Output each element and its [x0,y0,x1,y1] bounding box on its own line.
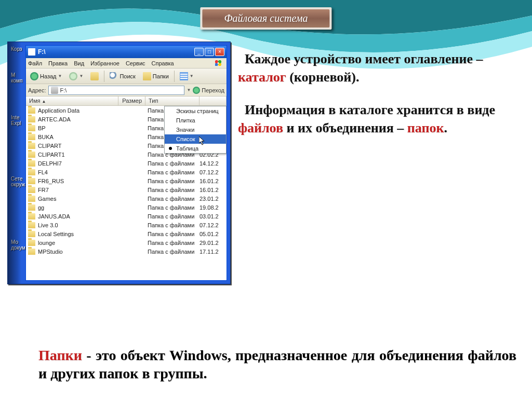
close-button[interactable]: × [215,48,224,56]
column-headers[interactable]: Имя▲ Размер Тип [26,97,227,106]
views-icon [180,72,188,80]
cell-name: Live 3.0 [38,222,121,228]
toolbar: Назад▼ ▼ Поиск Папки ▼ [26,68,227,84]
drive-icon [51,87,58,94]
views-menu-item[interactable]: Значки [165,125,226,134]
cell-name: DELPHI7 [38,160,121,167]
title-badge: Файловая система [200,7,331,30]
address-input[interactable]: F:\ [48,86,185,95]
cell-date: 07.12.2 [200,222,227,228]
menu-favorites[interactable]: Избранное [90,60,119,66]
cell-name: BP [38,125,121,131]
folder-icon [28,116,35,122]
views-menu-item[interactable]: Плитка [165,116,226,125]
cell-name: Local Settings [38,231,121,237]
table-row[interactable]: FR6_RUSПапка с файлами16.01.2 [26,176,227,185]
up-icon [90,72,99,80]
views-menu-item[interactable]: Таблица [165,144,226,153]
go-icon [193,87,200,94]
cell-name: CLIPART [38,143,121,149]
folder-icon [28,125,35,131]
folder-icon [28,240,35,246]
cell-name: Games [38,196,121,202]
desktop-label: Inte [11,115,20,120]
go-button[interactable]: Переход [193,87,224,94]
views-menu[interactable]: Эскизы страниц Плитка Значки Список Табл… [164,106,227,154]
drive-icon [28,48,35,56]
maximize-button[interactable]: □ [205,48,214,56]
cell-name: Application Data [38,107,121,114]
table-row[interactable]: DELPHI7Папка с файлами14.12.2 [26,159,227,168]
minimize-button[interactable]: _ [194,48,204,56]
folder-icon [28,178,35,184]
desktop-label: окруж [11,182,25,187]
table-row[interactable]: ggПапка с файлами19.08.2 [26,203,227,212]
address-value: F:\ [60,87,67,93]
table-row[interactable]: Live 3.0Папка с файлами07.12.2 [26,221,227,229]
windows-flag-icon [213,59,224,67]
cell-name: MPStudio [38,249,121,255]
window-titlebar[interactable]: F:\ _ □ × [26,46,227,58]
menu-help[interactable]: Справка [152,60,174,66]
folder-icon [28,231,35,237]
cell-name: JANUS.ADA [38,213,121,219]
views-button[interactable]: ▼ [178,71,196,81]
cell-type: Папка с файлами [148,169,200,175]
cell-type: Папка с файлами [148,231,200,237]
folders-button[interactable]: Папки [141,71,171,81]
cell-type: Папка с файлами [148,240,200,246]
cell-date: 03.01.2 [200,213,227,219]
table-row[interactable]: MPStudioПапка с файлами17.11.2 [26,247,227,256]
folder-icon [28,160,35,167]
search-button[interactable]: Поиск [108,71,137,81]
table-row[interactable]: FL4Папка с файлами07.12.2 [26,168,227,176]
views-menu-item[interactable]: Эскизы страниц [165,106,226,116]
cell-type: Папка с файлами [148,204,200,211]
cell-name: CLIPART1 [38,152,121,158]
table-row[interactable]: GamesПапка с файлами23.01.2 [26,194,227,203]
folder-icon [28,187,35,193]
menu-bar[interactable]: Файл Правка Вид Избранное Сервис Справка [26,58,227,68]
views-menu-item-selected[interactable]: Список [165,134,226,144]
desktop-label: Expl [11,120,21,126]
desktop-label: докум [11,245,25,251]
cell-date: 07.12.2 [200,169,227,175]
file-list[interactable]: Эскизы страниц Плитка Значки Список Табл… [26,106,227,280]
table-row[interactable]: Local SettingsПапка с файлами05.01.2 [26,229,227,238]
back-icon [30,72,38,80]
cell-date: 16.01.2 [200,178,227,184]
folder-icon [28,222,35,228]
menu-edit[interactable]: Правка [48,60,68,66]
folder-icon [28,107,35,114]
folder-icon [28,204,35,211]
column-size[interactable]: Размер [118,97,145,105]
menu-file[interactable]: Файл [28,60,42,66]
explorer-screenshot: Корз М комп Inte Expl Сете окруж Мо доку… [7,42,231,284]
search-icon [110,72,118,80]
table-row[interactable]: FR7Папка с файлами16.01.2 [26,185,227,194]
address-label: Адрес: [28,87,46,93]
column-type[interactable]: Тип [145,97,200,105]
desktop-label: комп [11,78,22,84]
forward-icon [69,72,77,80]
cell-name: ARTEC.ADA [38,116,121,122]
window-title: F:\ [38,48,194,56]
column-date[interactable] [200,97,227,105]
back-button[interactable]: Назад▼ [28,71,64,81]
forward-button[interactable]: ▼ [67,71,85,81]
folder-icon [28,196,35,202]
cell-name: FR6_RUS [38,178,121,184]
desktop-label: М [11,72,15,78]
menu-tools[interactable]: Сервис [126,60,145,66]
table-row[interactable]: JANUS.ADAПапка с файлами03.01.2 [26,212,227,221]
menu-view[interactable]: Вид [74,60,84,66]
cell-name: FR7 [38,187,121,193]
table-row[interactable]: loungeПапка с файлами29.01.2 [26,238,227,247]
cell-date: 05.01.2 [200,231,227,237]
paragraph-2: Информация в каталоге хранится в виде фа… [238,101,521,137]
cell-date: 16.01.2 [200,187,227,193]
up-button[interactable] [88,71,101,81]
folder-icon [28,213,35,219]
cell-date: 23.01.2 [200,196,227,202]
folder-icon [28,249,35,255]
